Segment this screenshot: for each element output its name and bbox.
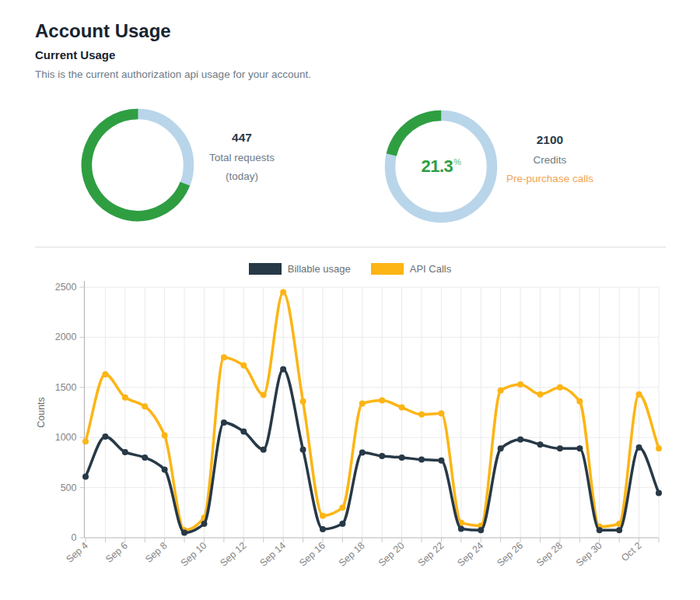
section-subtitle: Current Usage	[35, 48, 115, 61]
credits-sublabel: Pre-purchase calls	[481, 173, 619, 184]
svg-text:Sep 14: Sep 14	[257, 540, 288, 569]
total-requests-sublabel: (today)	[185, 170, 299, 182]
svg-text:Sep 28: Sep 28	[534, 540, 565, 569]
total-requests-stats: 447 Total requests (today)	[185, 131, 299, 189]
svg-text:Sep 22: Sep 22	[416, 540, 446, 569]
svg-text:Oct 2: Oct 2	[619, 540, 644, 563]
total-requests-donut-chart	[81, 108, 194, 222]
total-requests-value: 447	[185, 131, 299, 145]
credits-value: 2100	[481, 133, 619, 147]
billable-usage-legend-label: Billable usage	[288, 263, 351, 275]
credits-label: Credits	[481, 154, 619, 166]
section-description: This is the current authorization api us…	[35, 68, 311, 80]
credits-percent-value: 21.3	[421, 156, 453, 177]
svg-text:Sep 10: Sep 10	[179, 540, 209, 569]
svg-text:Sep 16: Sep 16	[297, 540, 327, 569]
svg-text:2000: 2000	[55, 332, 77, 342]
svg-text:Sep 18: Sep 18	[337, 540, 367, 569]
billable-usage-swatch	[249, 263, 282, 275]
chart-legend: Billable usage API Calls	[0, 263, 700, 275]
legend-item-billable-usage[interactable]: Billable usage	[249, 263, 351, 275]
total-requests-label: Total requests	[185, 152, 299, 163]
svg-text:Sep 30: Sep 30	[574, 540, 604, 569]
page-title: Account Usage	[35, 20, 171, 42]
usage-line-chart: 05001000150020002500Sep 4Sep 6Sep 8Sep 1…	[0, 274, 700, 600]
credits-percent-unit: %	[453, 157, 460, 167]
svg-text:Sep 6: Sep 6	[103, 540, 130, 565]
svg-text:Sep 4: Sep 4	[64, 540, 90, 565]
svg-text:Sep 24: Sep 24	[455, 540, 485, 569]
credits-stats: 2100 Credits Pre-purchase calls	[481, 133, 619, 191]
svg-text:0: 0	[72, 532, 77, 543]
svg-text:Counts: Counts	[36, 397, 47, 428]
svg-text:Sep 8: Sep 8	[143, 540, 170, 565]
svg-text:1000: 1000	[55, 432, 77, 443]
svg-text:Sep 12: Sep 12	[219, 540, 249, 569]
legend-item-api-calls[interactable]: API Calls	[371, 263, 451, 275]
api-calls-legend-label: API Calls	[410, 263, 451, 275]
section-divider	[35, 247, 666, 247]
api-calls-swatch	[371, 263, 404, 275]
svg-text:1500: 1500	[55, 382, 77, 393]
svg-text:Sep 26: Sep 26	[495, 540, 525, 569]
account-usage-page: Account Usage Current Usage This is the …	[0, 0, 700, 600]
svg-text:2500: 2500	[55, 282, 77, 293]
svg-text:Sep 20: Sep 20	[376, 540, 407, 569]
svg-text:500: 500	[61, 482, 77, 493]
